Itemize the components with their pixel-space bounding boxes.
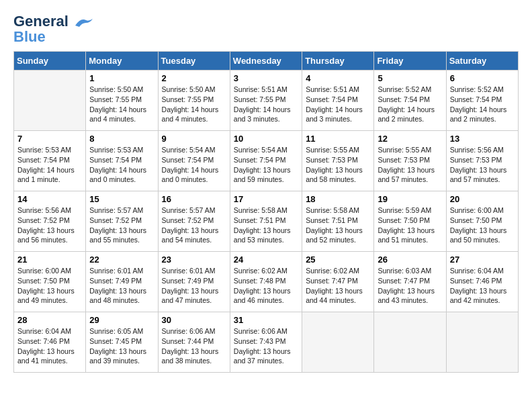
calendar-cell: 29Sunrise: 6:05 AMSunset: 7:45 PMDayligh… bbox=[86, 312, 158, 373]
day-number: 19 bbox=[378, 194, 442, 204]
calendar-cell: 26Sunrise: 6:03 AMSunset: 7:47 PMDayligh… bbox=[374, 252, 446, 312]
day-info: Sunrise: 5:56 AMSunset: 7:53 PMDaylight:… bbox=[450, 145, 515, 185]
logo-text: General bbox=[13, 13, 93, 30]
day-number: 24 bbox=[234, 255, 298, 265]
day-info: Sunrise: 5:50 AMSunset: 7:55 PMDaylight:… bbox=[89, 85, 154, 124]
calendar-cell: 27Sunrise: 6:04 AMSunset: 7:46 PMDayligh… bbox=[446, 252, 518, 312]
calendar-cell: 22Sunrise: 6:01 AMSunset: 7:49 PMDayligh… bbox=[86, 252, 158, 312]
day-number: 22 bbox=[89, 255, 154, 265]
calendar-week-row: 21Sunrise: 6:00 AMSunset: 7:50 PMDayligh… bbox=[14, 252, 519, 312]
calendar-cell bbox=[446, 312, 518, 373]
page-header: General Blue bbox=[13, 13, 519, 44]
calendar-cell: 19Sunrise: 5:59 AMSunset: 7:50 PMDayligh… bbox=[374, 191, 446, 252]
day-number: 4 bbox=[306, 73, 370, 83]
calendar-cell: 28Sunrise: 6:04 AMSunset: 7:46 PMDayligh… bbox=[14, 312, 86, 373]
calendar-cell: 24Sunrise: 6:02 AMSunset: 7:48 PMDayligh… bbox=[230, 252, 302, 312]
day-number: 27 bbox=[450, 255, 515, 265]
calendar-cell: 4Sunrise: 5:51 AMSunset: 7:54 PMDaylight… bbox=[302, 71, 374, 131]
day-info: Sunrise: 5:52 AMSunset: 7:54 PMDaylight:… bbox=[378, 85, 442, 124]
calendar-cell: 31Sunrise: 6:06 AMSunset: 7:43 PMDayligh… bbox=[230, 312, 302, 373]
day-info: Sunrise: 5:57 AMSunset: 7:52 PMDaylight:… bbox=[162, 205, 226, 245]
calendar-cell: 12Sunrise: 5:55 AMSunset: 7:53 PMDayligh… bbox=[374, 131, 446, 191]
day-number: 26 bbox=[378, 255, 442, 265]
calendar-cell: 23Sunrise: 6:01 AMSunset: 7:49 PMDayligh… bbox=[158, 252, 230, 312]
day-number: 6 bbox=[450, 73, 515, 83]
day-info: Sunrise: 5:54 AMSunset: 7:54 PMDaylight:… bbox=[162, 145, 226, 185]
day-info: Sunrise: 6:05 AMSunset: 7:45 PMDaylight:… bbox=[89, 326, 154, 366]
day-info: Sunrise: 6:06 AMSunset: 7:44 PMDaylight:… bbox=[162, 326, 226, 366]
calendar-cell: 9Sunrise: 5:54 AMSunset: 7:54 PMDaylight… bbox=[158, 131, 230, 191]
calendar-cell: 7Sunrise: 5:53 AMSunset: 7:54 PMDaylight… bbox=[14, 131, 86, 191]
calendar-cell: 5Sunrise: 5:52 AMSunset: 7:54 PMDaylight… bbox=[374, 71, 446, 131]
day-number: 9 bbox=[162, 134, 226, 144]
day-number: 12 bbox=[378, 134, 442, 144]
day-number: 5 bbox=[378, 73, 442, 83]
day-number: 13 bbox=[450, 134, 515, 144]
day-number: 7 bbox=[17, 134, 82, 144]
calendar-cell: 21Sunrise: 6:00 AMSunset: 7:50 PMDayligh… bbox=[14, 252, 86, 312]
day-number: 30 bbox=[162, 315, 226, 325]
day-info: Sunrise: 5:55 AMSunset: 7:53 PMDaylight:… bbox=[306, 145, 370, 185]
day-info: Sunrise: 5:53 AMSunset: 7:54 PMDaylight:… bbox=[17, 145, 82, 185]
calendar-cell: 1Sunrise: 5:50 AMSunset: 7:55 PMDaylight… bbox=[86, 71, 158, 131]
logo-blue-text: Blue bbox=[13, 30, 46, 44]
day-number: 21 bbox=[17, 255, 82, 265]
day-info: Sunrise: 6:01 AMSunset: 7:49 PMDaylight:… bbox=[89, 266, 154, 306]
day-of-week-header: Thursday bbox=[302, 52, 374, 71]
day-number: 3 bbox=[234, 73, 298, 83]
day-number: 15 bbox=[89, 194, 154, 204]
day-of-week-header: Sunday bbox=[14, 52, 86, 71]
day-info: Sunrise: 6:00 AMSunset: 7:50 PMDaylight:… bbox=[450, 205, 515, 245]
day-number: 10 bbox=[234, 134, 298, 144]
calendar-cell: 17Sunrise: 5:58 AMSunset: 7:51 PMDayligh… bbox=[230, 191, 302, 252]
day-info: Sunrise: 6:04 AMSunset: 7:46 PMDaylight:… bbox=[17, 326, 82, 366]
calendar-cell bbox=[14, 71, 86, 131]
day-of-week-header: Saturday bbox=[446, 52, 518, 71]
calendar-cell: 18Sunrise: 5:58 AMSunset: 7:51 PMDayligh… bbox=[302, 191, 374, 252]
calendar-cell: 2Sunrise: 5:50 AMSunset: 7:55 PMDaylight… bbox=[158, 71, 230, 131]
day-number: 28 bbox=[17, 315, 82, 325]
day-info: Sunrise: 5:58 AMSunset: 7:51 PMDaylight:… bbox=[306, 205, 370, 245]
day-number: 2 bbox=[162, 73, 226, 83]
calendar-cell: 14Sunrise: 5:56 AMSunset: 7:52 PMDayligh… bbox=[14, 191, 86, 252]
day-number: 8 bbox=[89, 134, 154, 144]
day-info: Sunrise: 5:55 AMSunset: 7:53 PMDaylight:… bbox=[378, 145, 442, 185]
day-info: Sunrise: 6:03 AMSunset: 7:47 PMDaylight:… bbox=[378, 266, 442, 306]
day-info: Sunrise: 5:54 AMSunset: 7:54 PMDaylight:… bbox=[234, 145, 298, 185]
day-info: Sunrise: 5:52 AMSunset: 7:54 PMDaylight:… bbox=[450, 85, 515, 124]
calendar-week-row: 14Sunrise: 5:56 AMSunset: 7:52 PMDayligh… bbox=[14, 191, 519, 252]
day-info: Sunrise: 6:04 AMSunset: 7:46 PMDaylight:… bbox=[450, 266, 515, 306]
day-number: 11 bbox=[306, 134, 370, 144]
calendar-cell: 16Sunrise: 5:57 AMSunset: 7:52 PMDayligh… bbox=[158, 191, 230, 252]
day-number: 18 bbox=[306, 194, 370, 204]
day-info: Sunrise: 6:00 AMSunset: 7:50 PMDaylight:… bbox=[17, 266, 82, 306]
day-info: Sunrise: 5:50 AMSunset: 7:55 PMDaylight:… bbox=[162, 85, 226, 124]
day-number: 20 bbox=[450, 194, 515, 204]
day-info: Sunrise: 5:57 AMSunset: 7:52 PMDaylight:… bbox=[89, 205, 154, 245]
calendar-week-row: 1Sunrise: 5:50 AMSunset: 7:55 PMDaylight… bbox=[14, 71, 519, 131]
day-info: Sunrise: 6:06 AMSunset: 7:43 PMDaylight:… bbox=[234, 326, 298, 366]
calendar-cell bbox=[374, 312, 446, 373]
day-number: 17 bbox=[234, 194, 298, 204]
day-of-week-header: Friday bbox=[374, 52, 446, 71]
logo-bird-icon bbox=[74, 16, 93, 28]
calendar-cell: 30Sunrise: 6:06 AMSunset: 7:44 PMDayligh… bbox=[158, 312, 230, 373]
day-number: 16 bbox=[162, 194, 226, 204]
day-of-week-header: Wednesday bbox=[230, 52, 302, 71]
day-info: Sunrise: 6:01 AMSunset: 7:49 PMDaylight:… bbox=[162, 266, 226, 306]
day-info: Sunrise: 5:53 AMSunset: 7:54 PMDaylight:… bbox=[89, 145, 154, 185]
day-of-week-header: Tuesday bbox=[158, 52, 230, 71]
day-number: 1 bbox=[89, 73, 154, 83]
calendar-cell: 15Sunrise: 5:57 AMSunset: 7:52 PMDayligh… bbox=[86, 191, 158, 252]
calendar-week-row: 7Sunrise: 5:53 AMSunset: 7:54 PMDaylight… bbox=[14, 131, 519, 191]
day-info: Sunrise: 5:59 AMSunset: 7:50 PMDaylight:… bbox=[378, 205, 442, 245]
calendar-header-row: SundayMondayTuesdayWednesdayThursdayFrid… bbox=[14, 52, 519, 71]
day-number: 25 bbox=[306, 255, 370, 265]
day-number: 14 bbox=[17, 194, 82, 204]
day-number: 31 bbox=[234, 315, 298, 325]
day-info: Sunrise: 5:51 AMSunset: 7:55 PMDaylight:… bbox=[234, 85, 298, 124]
calendar-cell: 8Sunrise: 5:53 AMSunset: 7:54 PMDaylight… bbox=[86, 131, 158, 191]
calendar-cell: 11Sunrise: 5:55 AMSunset: 7:53 PMDayligh… bbox=[302, 131, 374, 191]
calendar: SundayMondayTuesdayWednesdayThursdayFrid… bbox=[13, 51, 519, 373]
day-info: Sunrise: 5:56 AMSunset: 7:52 PMDaylight:… bbox=[17, 205, 82, 245]
